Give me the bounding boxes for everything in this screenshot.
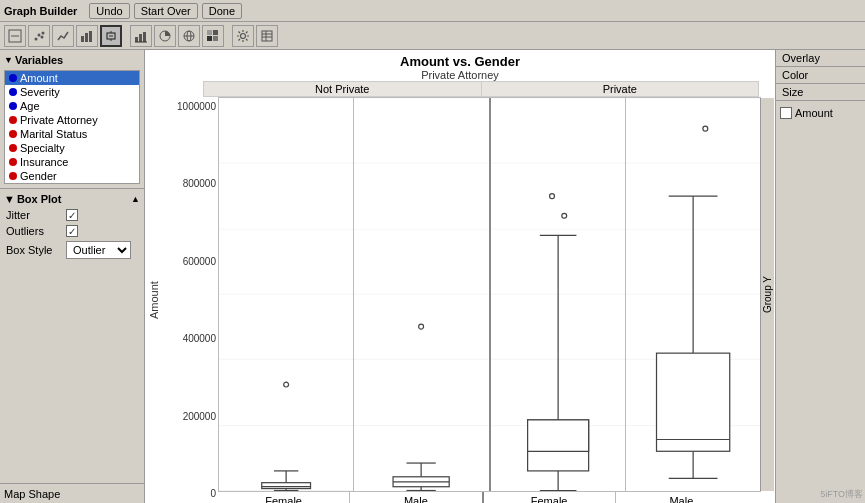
variable-item-marital-status[interactable]: Marital Status [5,127,139,141]
group-y-label: Group Y [760,98,774,491]
panel4-svg [626,98,760,491]
x-label-female-2: Female [484,492,616,503]
line-icon[interactable] [52,25,74,47]
svg-point-3 [38,33,41,36]
chart-body: Amount 10000008000006000004000002000000 [145,97,775,503]
var-icon [9,102,17,110]
jitter-label: Jitter [6,209,66,221]
var-label: Specialty [20,142,65,154]
variable-item-age[interactable]: Age [5,99,139,113]
done-button[interactable]: Done [202,3,242,19]
data-icon[interactable] [256,25,278,47]
variable-item-amount[interactable]: Amount [5,71,139,85]
outliers-checkbox[interactable] [66,225,78,237]
variables-title: Variables [15,54,63,66]
settings-icon[interactable] [232,25,254,47]
map-shape-label: Map Shape [4,488,60,500]
y-tick: 400000 [183,333,216,344]
variable-item-private-attorney[interactable]: Private Attorney [5,113,139,127]
x-label-female-1: Female [218,492,350,503]
color-button[interactable]: Color [776,67,865,84]
var-label: Age [20,100,40,112]
variables-list: AmountSeverityAgePrivate AttorneyMarital… [4,70,140,184]
var-icon [9,116,17,124]
watermark: 5iFTO博客 [820,488,863,501]
panels-svg-area: Group Y [218,97,761,492]
svg-point-2 [35,37,38,40]
svg-point-4 [41,35,44,38]
variable-item-specialty[interactable]: Specialty [5,141,139,155]
variables-header: ▼ Variables [2,52,142,68]
group-y-text: Group Y [762,276,773,313]
y-tick: 800000 [183,178,216,189]
select-tool-icon[interactable] [4,25,26,47]
heatmap-icon[interactable] [202,25,224,47]
svg-point-86 [703,126,708,131]
var-icon [9,130,17,138]
panel3-svg [491,98,625,491]
legend-item: Amount [780,107,861,119]
app-title: Graph Builder [4,5,77,17]
panel-not-private-female [219,98,354,491]
boxplot-expand-btn[interactable]: ▲ [131,194,140,204]
jitter-checkbox[interactable] [66,209,78,221]
panels-container: Group Y Female Male Female Male Gender [218,97,761,503]
map-icon[interactable] [178,25,200,47]
var-label: Severity [20,86,60,98]
variable-item-severity[interactable]: Severity [5,85,139,99]
panel-private-male [626,98,760,491]
svg-point-25 [241,33,246,38]
svg-rect-23 [207,36,212,41]
y-axis-label: Amount [145,97,163,503]
svg-rect-6 [81,36,84,42]
y-tick: 600000 [183,256,216,267]
boxplot-arrow: ▼ [4,193,15,205]
bar-icon[interactable] [76,25,98,47]
variables-section: ▼ Variables AmountSeverityAgePrivate Att… [0,50,144,189]
x-axis-labels: Female Male Female Male [218,492,747,503]
panel-private-female [491,98,626,491]
histogram-icon[interactable] [130,25,152,47]
boxplot-section: ▼ Box Plot ▲ Jitter Outliers Box Style O… [0,189,144,263]
left-panel: ▼ Variables AmountSeverityAgePrivate Att… [0,50,145,503]
svg-rect-14 [139,34,142,42]
variables-arrow: ▼ [4,55,13,65]
undo-button[interactable]: Undo [89,3,129,19]
panel1-svg [219,98,353,491]
svg-rect-7 [85,33,88,42]
svg-rect-13 [135,37,138,42]
x-label-male-1: Male [350,492,483,503]
jitter-row: Jitter [2,207,142,223]
svg-rect-24 [213,36,218,41]
variable-item-insurance[interactable]: Insurance [5,155,139,169]
var-icon [9,88,17,96]
svg-point-72 [549,194,554,199]
y-tick: 0 [210,488,216,499]
main-layout: ▼ Variables AmountSeverityAgePrivate Att… [0,50,865,503]
svg-point-5 [42,31,45,34]
var-icon [9,172,17,180]
y-tick: 1000000 [177,101,216,112]
svg-rect-81 [656,353,729,451]
not-private-header: Not Private [203,81,482,97]
var-icon [9,144,17,152]
variable-item-gender[interactable]: Gender [5,169,139,183]
var-label: Gender [20,170,57,182]
boxplot-icon[interactable] [100,25,122,47]
pie-icon[interactable] [154,25,176,47]
map-shape-bar[interactable]: Map Shape [0,483,144,503]
var-icon [9,158,17,166]
start-over-button[interactable]: Start Over [134,3,198,19]
svg-point-43 [284,382,289,387]
svg-rect-15 [143,32,146,42]
outliers-label: Outliers [6,225,66,237]
size-button[interactable]: Size [776,84,865,101]
svg-rect-8 [89,31,92,42]
panel2-svg [354,98,488,491]
y-tick: 200000 [183,411,216,422]
var-label: Marital Status [20,128,87,140]
points-icon[interactable] [28,25,50,47]
box-style-select[interactable]: Outlier Notched Box [66,241,131,259]
chart-title: Amount vs. Gender [145,54,775,69]
overlay-button[interactable]: Overlay [776,50,865,67]
